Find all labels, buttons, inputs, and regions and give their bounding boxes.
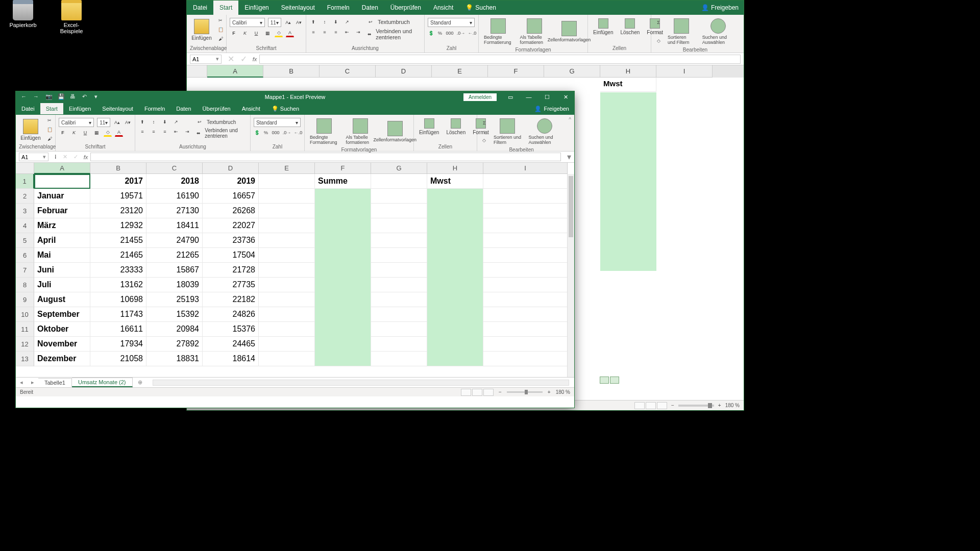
data-cell[interactable]: Juli [34, 278, 90, 292]
qat-forward-arrow[interactable]: → [33, 93, 40, 101]
cell[interactable] [259, 248, 315, 263]
cell[interactable] [371, 337, 427, 352]
tab-start[interactable]: Start [213, 1, 238, 15]
formula-bar-back[interactable] [259, 55, 741, 64]
maximize-button[interactable]: ☐ [538, 91, 556, 103]
col-g[interactable]: G [371, 163, 427, 174]
row-header-12[interactable]: 12 [16, 337, 34, 352]
col-f[interactable]: F [315, 163, 371, 174]
data-cell[interactable]: 18831 [146, 352, 203, 366]
format-painter-button[interactable]: 🖌 [216, 35, 225, 43]
fill-button[interactable]: ↓ [654, 28, 663, 36]
row-header-3[interactable]: 3 [16, 204, 34, 218]
decrease-font-button[interactable]: A▾ [295, 18, 303, 27]
orientation[interactable]: ↗ [343, 18, 351, 26]
cancel-icon-f[interactable]: ✕ [60, 154, 70, 160]
cell[interactable] [371, 248, 427, 263]
cell[interactable] [483, 307, 568, 322]
wrap-f[interactable]: ↩Textumbruch [195, 118, 247, 126]
data-cell[interactable]: 23736 [203, 233, 259, 248]
tab-formeln-f[interactable]: Formeln [139, 103, 170, 114]
data-cell[interactable]: 15867 [146, 263, 203, 278]
zoom-slider-back[interactable] [678, 405, 714, 407]
ribbon-search[interactable]: 💡Suchen [459, 1, 502, 15]
share-button-back[interactable]: 👤Freigeben [701, 4, 739, 11]
data-cell[interactable]: Dezember [34, 352, 90, 366]
dec-dec-f[interactable]: ←.0 [294, 129, 302, 137]
cell[interactable] [371, 322, 427, 337]
data-cell[interactable]: Mai [34, 248, 90, 263]
range-h-green-back[interactable] [600, 92, 656, 271]
data-cell[interactable]: 19571 [90, 189, 146, 204]
cell[interactable] [483, 233, 568, 248]
data-cell[interactable]: 27735 [203, 278, 259, 292]
percent-f[interactable]: % [263, 129, 268, 137]
border-f[interactable]: ▦ [92, 129, 101, 137]
data-cell[interactable]: 26268 [203, 204, 259, 218]
collapse-ribbon-icon[interactable]: ^ [566, 115, 574, 151]
tab-daten-f[interactable]: Daten [170, 103, 197, 114]
inc-indent-f[interactable]: ⇥ [183, 128, 191, 136]
col-c[interactable]: C [146, 163, 203, 174]
data-cell[interactable]: 23120 [90, 204, 146, 218]
col-header-e[interactable]: E [432, 65, 488, 78]
data-cell[interactable]: April [34, 233, 90, 248]
col-header-i[interactable]: I [656, 65, 713, 78]
font-color-button[interactable]: A [286, 29, 294, 37]
row-header-9[interactable]: 9 [16, 292, 34, 307]
zoom-out-f[interactable]: − [499, 389, 502, 395]
percent-button[interactable]: % [437, 29, 443, 37]
as-table-f[interactable]: Als Tabelle formatieren [344, 117, 376, 146]
cell[interactable] [483, 174, 568, 189]
view-normal-back[interactable] [634, 402, 645, 409]
cell[interactable] [483, 352, 568, 366]
data-cell[interactable]: 18411 [146, 218, 203, 233]
data-cell[interactable]: 18614 [203, 352, 259, 366]
qat-customize-icon[interactable]: ▾ [94, 93, 102, 101]
range-summe-fill[interactable] [315, 189, 371, 366]
inc-indent[interactable]: ⇥ [354, 28, 362, 36]
number-format-f[interactable]: Standard▾ [254, 118, 301, 127]
mini-view-1[interactable] [600, 377, 609, 384]
data-cell[interactable]: 27130 [146, 204, 203, 218]
zoom-label-back[interactable]: 180 % [725, 403, 740, 408]
close-button[interactable]: ✕ [557, 91, 574, 103]
tab-datei[interactable]: Datei [187, 1, 213, 15]
increase-font-button[interactable]: A▴ [284, 18, 292, 27]
expand-formula-icon[interactable]: ▾ [564, 152, 574, 162]
underline-f[interactable]: U [81, 129, 89, 137]
data-cell[interactable]: 15376 [203, 322, 259, 337]
horizontal-scrollbar[interactable] [153, 380, 569, 386]
align-top[interactable]: ⬆ [309, 18, 317, 26]
data-cell[interactable]: 12932 [90, 218, 146, 233]
data-cell[interactable]: 11743 [90, 307, 146, 322]
col-header-a[interactable]: A [207, 65, 263, 78]
name-box-back[interactable]: A1▾ [190, 55, 222, 64]
find-select-f[interactable]: Suchen und Auswählen [526, 117, 562, 146]
select-all-front[interactable] [16, 163, 34, 174]
cell-styles-f[interactable]: Zellenformatvorlagen [380, 120, 410, 143]
cell[interactable] [483, 278, 568, 292]
data-cell[interactable]: 16611 [90, 322, 146, 337]
align-center[interactable]: ≡ [321, 28, 329, 36]
delete-cells-f[interactable]: Löschen [444, 117, 468, 136]
sort-filter-f[interactable]: Sortieren und Filtern [492, 117, 524, 146]
autosum-button[interactable]: Σ [654, 18, 663, 27]
header-cell[interactable]: Mwst [427, 174, 483, 189]
ribbon-display-options[interactable]: ▭ [502, 91, 519, 103]
row-header-5[interactable]: 5 [16, 233, 34, 248]
data-cell[interactable]: Juni [34, 263, 90, 278]
sheet-nav[interactable]: ◂▸ [16, 379, 38, 386]
inc-decimal[interactable]: .0→ [457, 29, 465, 37]
tab-ueberpruefen[interactable]: Überprüfen [384, 1, 427, 15]
cell[interactable] [259, 307, 315, 322]
cell[interactable] [259, 204, 315, 218]
cell[interactable] [371, 278, 427, 292]
data-cell[interactable]: 17934 [90, 337, 146, 352]
desktop-folder-excel-beispiele[interactable]: Excel-Beispiele [54, 0, 89, 34]
align-bot-f[interactable]: ⬇ [161, 118, 169, 126]
find-select-button[interactable]: Suchen und Auswählen [700, 17, 736, 46]
data-cell[interactable]: 24465 [203, 337, 259, 352]
header-cell[interactable]: Summe [315, 174, 371, 189]
tab-einfuegen-f[interactable]: Einfügen [63, 103, 96, 114]
